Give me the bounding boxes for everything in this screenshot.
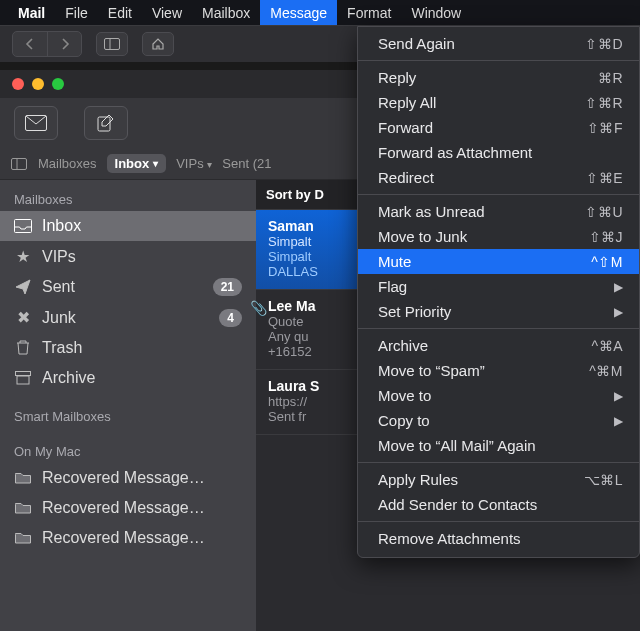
home-button[interactable] (142, 32, 174, 56)
menu-separator (358, 194, 639, 195)
window-zoom-button[interactable] (52, 78, 64, 90)
menubar-file[interactable]: File (55, 0, 98, 25)
menu-shortcut: ⇧⌘R (585, 95, 623, 111)
sidebar-item-local[interactable]: Recovered Message… (0, 463, 256, 493)
sidebar-item-label: Junk (42, 309, 76, 327)
menu-item[interactable]: Copy to▶ (358, 408, 639, 433)
menu-separator (358, 328, 639, 329)
menu-item[interactable]: Move to Junk⇧⌘J (358, 224, 639, 249)
svg-rect-10 (16, 372, 31, 376)
menu-item[interactable]: Forward⇧⌘F (358, 115, 639, 140)
svg-rect-11 (17, 376, 29, 384)
favorites-sent[interactable]: Sent (21 (222, 156, 271, 171)
window-minimize-button[interactable] (32, 78, 44, 90)
menu-shortcut: ⇧⌘D (585, 36, 623, 52)
menu-item[interactable]: Add Sender to Contacts (358, 492, 639, 517)
archive-icon (14, 371, 32, 385)
nav-back-button[interactable] (13, 32, 47, 56)
sidebar-heading-smart: Smart Mailboxes (0, 403, 256, 428)
trash-icon (14, 340, 32, 356)
sidebar-item-trash[interactable]: Trash (0, 333, 256, 363)
sidebar-item-label: Recovered Message… (42, 499, 205, 517)
folder-icon (14, 472, 32, 484)
folder-icon (14, 532, 32, 544)
sidebar-toggle-button[interactable] (96, 32, 128, 56)
menu-shortcut: ⌘R (598, 70, 623, 86)
attachment-icon: 📎 (250, 300, 267, 316)
submenu-arrow-icon: ▶ (614, 305, 623, 319)
menu-item[interactable]: Move to “Spam”^⌘M (358, 358, 639, 383)
menu-shortcut: ^⌘M (589, 363, 623, 379)
sidebar-item-vips[interactable]: ★ VIPs (0, 241, 256, 272)
compose-icon (97, 114, 115, 132)
menu-item[interactable]: Mark as Unread⇧⌘U (358, 199, 639, 224)
menu-separator (358, 60, 639, 61)
menubar-format[interactable]: Format (337, 0, 401, 25)
nav-forward-button[interactable] (47, 32, 81, 56)
menu-item[interactable]: Redirect⇧⌘E (358, 165, 639, 190)
menu-item-label: Forward (378, 119, 433, 136)
menu-item-label: Move to “All Mail” Again (378, 437, 536, 454)
menu-item[interactable]: Reply⌘R (358, 65, 639, 90)
sidebar-item-local[interactable]: Recovered Message… (0, 523, 256, 553)
menu-item-label: Move to Junk (378, 228, 467, 245)
menu-item[interactable]: Move to “All Mail” Again (358, 433, 639, 458)
menu-item[interactable]: Set Priority▶ (358, 299, 639, 324)
favorites-inbox-label: Inbox (115, 156, 150, 171)
menubar: Mail File Edit View Mailbox Message Form… (0, 0, 640, 26)
sidebar: Mailboxes Inbox ★ VIPs Sent 21 ✖ Junk 4 … (0, 180, 256, 631)
menu-item[interactable]: Move to▶ (358, 383, 639, 408)
menu-shortcut: ⇧⌘U (585, 204, 623, 220)
get-mail-button[interactable] (14, 106, 58, 140)
favorites-inbox-button[interactable]: Inbox ▾ (107, 154, 167, 173)
menu-item[interactable]: Apply Rules⌥⌘L (358, 467, 639, 492)
svg-rect-7 (12, 158, 27, 169)
menu-item-label: Flag (378, 278, 407, 295)
menu-item-label: Reply (378, 69, 416, 86)
menu-item[interactable]: Remove Attachments (358, 526, 639, 551)
junk-icon: ✖ (14, 308, 32, 327)
menubar-app: Mail (8, 5, 55, 21)
favorites-vips[interactable]: VIPs ▾ (176, 156, 212, 171)
message-menu: Send Again⇧⌘DReply⌘RReply All⇧⌘RForward⇧… (357, 26, 640, 558)
menu-item-label: Move to (378, 387, 431, 404)
menubar-view[interactable]: View (142, 0, 192, 25)
menu-item[interactable]: Flag▶ (358, 274, 639, 299)
menu-item-label: Send Again (378, 35, 455, 52)
sidebar-item-label: Trash (42, 339, 82, 357)
menu-separator (358, 462, 639, 463)
menubar-edit[interactable]: Edit (98, 0, 142, 25)
menu-shortcut: ⌥⌘L (584, 472, 623, 488)
sidebar-badge: 4 (219, 309, 242, 327)
menu-item-label: Copy to (378, 412, 430, 429)
menu-item[interactable]: Send Again⇧⌘D (358, 31, 639, 56)
sidebar-item-inbox[interactable]: Inbox (0, 211, 256, 241)
sidebar-item-label: Archive (42, 369, 95, 387)
compose-button[interactable] (84, 106, 128, 140)
envelope-icon (25, 115, 47, 131)
sidebar-item-archive[interactable]: Archive (0, 363, 256, 393)
mailboxes-toggle-icon[interactable] (10, 155, 28, 173)
window-close-button[interactable] (12, 78, 24, 90)
menubar-window[interactable]: Window (401, 0, 471, 25)
menu-item-label: Set Priority (378, 303, 451, 320)
menu-item[interactable]: Forward as Attachment (358, 140, 639, 165)
menu-item-label: Mute (378, 253, 411, 270)
sidebar-icon (104, 38, 120, 50)
menu-item[interactable]: Reply All⇧⌘R (358, 90, 639, 115)
favorites-mailboxes[interactable]: Mailboxes (38, 156, 97, 171)
submenu-arrow-icon: ▶ (614, 280, 623, 294)
submenu-arrow-icon: ▶ (614, 414, 623, 428)
svg-rect-0 (105, 39, 120, 50)
sidebar-item-sent[interactable]: Sent 21 (0, 272, 256, 302)
menu-item[interactable]: Mute^⇧M (358, 249, 639, 274)
menu-shortcut: ⇧⌘J (589, 229, 624, 245)
menubar-mailbox[interactable]: Mailbox (192, 0, 260, 25)
sidebar-item-junk[interactable]: ✖ Junk 4 (0, 302, 256, 333)
menu-item-label: Redirect (378, 169, 434, 186)
nav-back-forward (12, 31, 82, 57)
menu-item[interactable]: Archive^⌘A (358, 333, 639, 358)
menubar-message[interactable]: Message (260, 0, 337, 25)
sidebar-item-local[interactable]: Recovered Message… (0, 493, 256, 523)
menu-item-label: Archive (378, 337, 428, 354)
